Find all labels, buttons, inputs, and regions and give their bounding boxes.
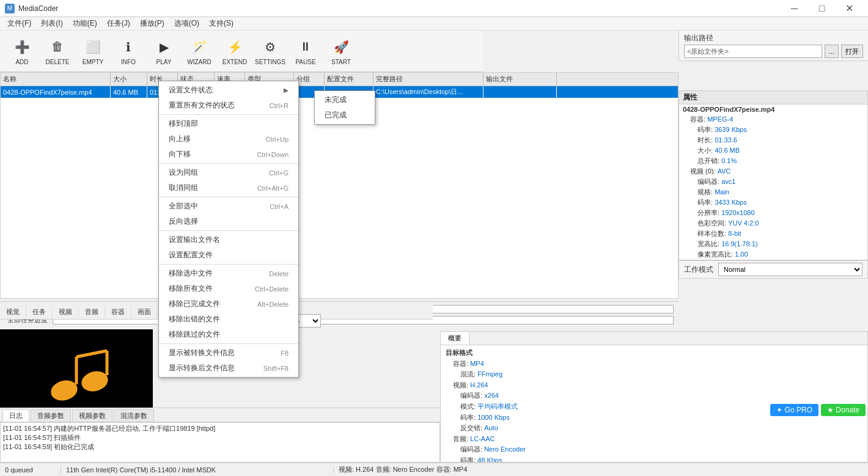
toolbar-btn-start[interactable]: 🚀START xyxy=(324,33,358,70)
add-icon: ➕ xyxy=(12,37,32,57)
overview-item: 反交错: Auto xyxy=(446,423,862,434)
ctx-item-向上移[interactable]: 向上移Ctrl+Up xyxy=(159,131,298,147)
ctx-separator xyxy=(159,230,298,231)
pause-icon: ⏸ xyxy=(296,37,315,57)
overview-item: 编码器: Nero Encoder xyxy=(446,444,862,455)
output-path-browse-button[interactable]: ... xyxy=(825,45,839,58)
ctx-item-重置所有文件的状态[interactable]: 重置所有文件的状态Ctrl+R xyxy=(159,98,298,113)
menu-item-功能E[interactable]: 功能(E) xyxy=(68,17,102,30)
ctx-separator xyxy=(159,197,298,197)
ctx-item-移到顶部[interactable]: 移到顶部 xyxy=(159,116,298,131)
close-button[interactable]: ✕ xyxy=(836,0,863,17)
submenu-item-已完成[interactable]: 已完成 xyxy=(315,108,375,123)
prop-item: 容器: MPEG-4 xyxy=(679,114,867,125)
mid-tab-视频[interactable]: 视频 xyxy=(53,306,79,318)
file-cell-完整路径: C:\Users\admin\Desktop\日... xyxy=(373,86,484,98)
toolbar-btn-play[interactable]: ▶PLAY xyxy=(147,33,181,70)
work-mode-area: 工作模式 NormalFastQuality xyxy=(679,260,868,279)
ctx-item-设为同组[interactable]: 设为同组Ctrl+G xyxy=(159,165,298,180)
menu-item-支持S[interactable]: 支持(S) xyxy=(204,17,238,30)
prop-item: 码率: 3639 Kbps xyxy=(679,125,867,135)
toolbar-btn-delete[interactable]: 🗑DELETE xyxy=(40,33,75,70)
bottom-tab-日志[interactable]: 日志 xyxy=(2,409,29,422)
toolbar-btn-wizard[interactable]: 🪄WIZARD xyxy=(182,33,216,70)
file-cell-大小: 40.6 MB xyxy=(111,86,147,98)
bottom-tab-音频参数[interactable]: 音频参数 xyxy=(31,409,71,422)
output-path-open-button[interactable]: 打开 xyxy=(841,45,863,58)
wizard-icon: 🪄 xyxy=(189,37,209,57)
ctx-item-全部选中[interactable]: 全部选中Ctrl+A xyxy=(159,199,298,214)
titlebar-controls: ─ □ ✕ xyxy=(781,0,863,17)
prop-item: 样本位数: 8-bit xyxy=(679,229,867,239)
toolbar-btn-extend[interactable]: ⚡EXTEND xyxy=(218,33,252,70)
bottom-tab-视频参数[interactable]: 视频参数 xyxy=(72,409,112,422)
ctx-item-设置文件状态[interactable]: 设置文件状态 xyxy=(159,82,298,98)
menu-item-任务J[interactable]: 任务(J) xyxy=(102,17,135,30)
overview-tab-summary[interactable]: 概要 xyxy=(441,332,469,345)
delete-icon: 🗑 xyxy=(48,37,67,57)
log-area: [11-01 16:54:57] 内建的HTTP服务器已经启动, 工作于端口19… xyxy=(0,422,440,463)
overview-item: 容器: MP4 xyxy=(446,359,862,370)
mid-tab-视觉[interactable]: 视觉 xyxy=(0,306,26,318)
menu-item-选项O[interactable]: 选项(O) xyxy=(169,17,204,30)
mid-tab-容器[interactable]: 容器 xyxy=(105,306,131,318)
ctx-item-显示转换后文件信息[interactable]: 显示转换后文件信息Shift+F8 xyxy=(159,361,298,376)
toolbar-btn-pause[interactable]: ⏸PAUSE xyxy=(289,33,323,70)
log-line: [11-01 16:54:57] 扫描插件 xyxy=(3,433,437,442)
ctx-item-移除已完成文件[interactable]: 移除已完成文件Alt+Delete xyxy=(159,296,298,312)
ctx-item-取消同组[interactable]: 取消同组Ctrl+Alt+G xyxy=(159,180,298,196)
toolbar-btn-info[interactable]: ℹINFO xyxy=(111,33,145,70)
submenu-item-未完成[interactable]: 未完成 xyxy=(315,92,375,108)
col-header-完整路径[interactable]: 完整路径 xyxy=(373,73,484,86)
toolbar-btn-settings[interactable]: ⚙SETTINGS xyxy=(253,33,287,70)
col-header-输出文件[interactable]: 输出文件 xyxy=(484,73,557,86)
menu-item-文件F[interactable]: 文件(F) xyxy=(2,17,36,30)
mid-tab-任务[interactable]: 任务 xyxy=(26,306,53,318)
go-pro-button[interactable]: ✦ Go PRO xyxy=(770,404,818,416)
maximize-button[interactable]: □ xyxy=(808,0,836,17)
menu-item-列表I[interactable]: 列表(I) xyxy=(36,17,67,30)
ctx-item-移除跳过的文件[interactable]: 移除跳过的文件 xyxy=(159,327,298,342)
ctx-item-向下移[interactable]: 向下移Ctrl+Down xyxy=(159,147,298,162)
extend-icon: ⚡ xyxy=(225,37,245,57)
ctx-item-移除出错的文件[interactable]: 移除出错的文件 xyxy=(159,312,298,327)
bottom-tab-混流参数[interactable]: 混流参数 xyxy=(114,409,154,422)
minimize-button[interactable]: ─ xyxy=(781,0,808,17)
ctx-separator xyxy=(159,343,298,344)
titlebar-left: M MediaCoder xyxy=(5,4,58,13)
ctx-item-显示被转换文件信息[interactable]: 显示被转换文件信息F8 xyxy=(159,345,298,361)
ctx-item-移除所有文件[interactable]: 移除所有文件Ctrl+Delete xyxy=(159,281,298,296)
output-path-area: 输出路径 ... 打开 xyxy=(679,31,868,61)
overview-item: 视频: H.264 xyxy=(446,380,862,391)
mid-tab-画面[interactable]: 画面 xyxy=(131,306,158,318)
donate-button[interactable]: ★ Donate xyxy=(821,404,866,416)
empty-icon: ⬜ xyxy=(83,37,103,57)
toolbar-btn-empty[interactable]: ⬜EMPTY xyxy=(76,33,110,70)
statusbar-codec: 视频: H.264 音频: Nero Encoder 容器: MP4 xyxy=(334,465,868,474)
ctx-separator xyxy=(159,163,298,164)
overview-item: 混流: FFmpeg xyxy=(446,369,862,380)
settings-icon: ⚙ xyxy=(260,37,280,57)
ctx-item-设置配置文件[interactable]: 设置配置文件 xyxy=(159,247,298,263)
toolbar-btn-add[interactable]: ➕ADD xyxy=(5,33,39,70)
prop-item: 码率: 3433 Kbps xyxy=(679,197,867,208)
properties-title: 属性 xyxy=(679,91,867,104)
work-mode-label: 工作模式 xyxy=(684,265,713,275)
output-path-label: 输出路径 xyxy=(684,33,863,43)
ctx-item-移除选中文件[interactable]: 移除选中文件Delete xyxy=(159,266,298,281)
mid-tab-音频[interactable]: 音频 xyxy=(79,306,105,318)
col-header-名称[interactable]: 名称 xyxy=(1,73,111,86)
work-mode-select[interactable]: NormalFastQuality xyxy=(718,263,862,276)
statusbar-cpu: 11th Gen Intel(R) Core(TM) i5-11400 / In… xyxy=(61,466,334,474)
ctx-item-反向选择[interactable]: 反向选择 xyxy=(159,214,298,229)
col-header-配置文件[interactable]: 配置文件 xyxy=(325,73,373,86)
col-header-大小[interactable]: 大小 xyxy=(111,73,147,86)
menu-item-播放P[interactable]: 播放(P) xyxy=(135,17,169,30)
overview-tabs: 概要 xyxy=(441,332,867,345)
prop-item: 视频 (0): AVC xyxy=(679,166,867,177)
ctx-item-设置输出文件名[interactable]: 设置输出文件名 xyxy=(159,232,298,247)
output-path-input[interactable] xyxy=(684,45,822,58)
app-title: MediaCoder xyxy=(18,4,58,13)
overview-item: 目标格式 xyxy=(446,348,862,359)
overview-item: 编码器: x264 xyxy=(446,390,862,401)
